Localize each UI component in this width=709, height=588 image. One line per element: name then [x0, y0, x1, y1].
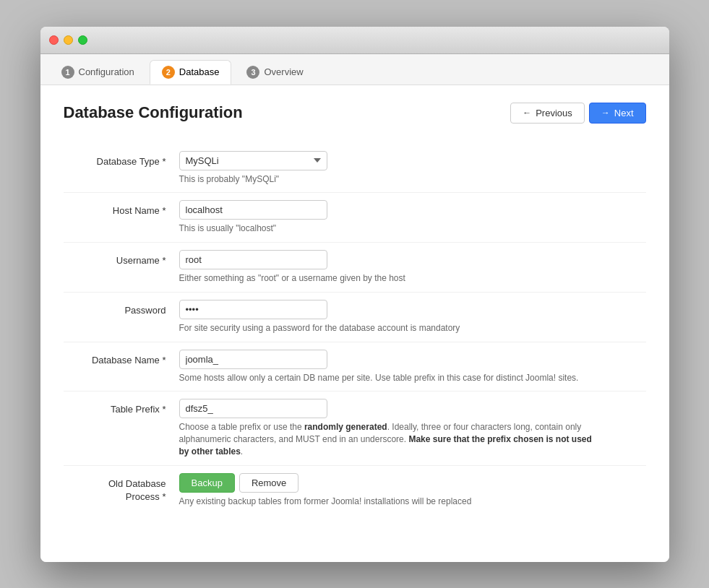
tab-overview-label: Overview	[264, 66, 303, 77]
host-name-label: Host Name *	[64, 200, 179, 217]
table-prefix-wrap: Choose a table prefix or use the randoml…	[179, 399, 646, 457]
nav-buttons: ← Previous → Next	[510, 103, 645, 124]
tab-database-badge: 2	[162, 66, 175, 79]
tab-overview[interactable]: 3 Overview	[234, 60, 315, 85]
field-password: Password For site security using a passw…	[64, 293, 646, 342]
tab-configuration-label: Configuration	[79, 66, 134, 77]
next-button[interactable]: → Next	[589, 103, 646, 124]
password-wrap: For site security using a password for t…	[179, 300, 646, 334]
tab-configuration[interactable]: 1 Configuration	[49, 60, 147, 85]
backup-button[interactable]: Backup	[179, 473, 235, 493]
host-name-hint: This is usually "localhost"	[179, 222, 598, 235]
host-name-input[interactable]	[179, 200, 327, 220]
titlebar	[40, 27, 669, 54]
username-input[interactable]	[179, 250, 327, 269]
tab-database[interactable]: 2 Database	[150, 60, 232, 85]
username-label: Username *	[64, 250, 179, 267]
page-header: Database Configuration ← Previous → Next	[64, 103, 646, 124]
previous-label: Previous	[536, 108, 572, 118]
old-database-process-wrap: Backup Remove Any existing backup tables…	[179, 473, 646, 508]
database-type-label: Database Type *	[64, 151, 179, 168]
next-label: Next	[614, 108, 634, 118]
database-name-hint: Some hosts allow only a certain DB name …	[179, 372, 598, 384]
database-type-hint: This is probably "MySQLi"	[179, 173, 598, 186]
arrow-left-icon: ←	[523, 108, 531, 118]
traffic-lights	[49, 35, 87, 45]
page-title: Database Configuration	[64, 103, 243, 122]
maximize-button[interactable]	[78, 35, 87, 45]
database-name-input[interactable]	[179, 350, 327, 369]
table-prefix-input[interactable]	[179, 399, 327, 418]
old-database-process-label: Old Database Process *	[64, 473, 179, 503]
host-name-wrap: This is usually "localhost"	[179, 200, 646, 235]
old-database-buttons: Backup Remove	[179, 473, 646, 493]
field-old-database-process: Old Database Process * Backup Remove Any…	[64, 466, 646, 515]
database-name-wrap: Some hosts allow only a certain DB name …	[179, 350, 646, 384]
remove-button[interactable]: Remove	[239, 473, 298, 493]
field-username: Username * Either something as "root" or…	[64, 243, 646, 292]
table-prefix-hint: Choose a table prefix or use the randoml…	[179, 421, 598, 457]
field-database-name: Database Name * Some hosts allow only a …	[64, 342, 646, 392]
database-type-wrap: MySQLi MySQL PostgreSQL This is probably…	[179, 151, 646, 186]
old-database-hint: Any existing backup tables from former J…	[179, 496, 598, 508]
username-wrap: Either something as "root" or a username…	[179, 250, 646, 285]
tab-configuration-badge: 1	[61, 66, 74, 79]
password-hint: For site security using a password for t…	[179, 322, 598, 334]
username-hint: Either something as "root" or a username…	[179, 272, 598, 285]
field-host-name: Host Name * This is usually "localhost"	[64, 193, 646, 242]
arrow-right-icon: →	[601, 108, 610, 118]
tab-overview-badge: 3	[246, 66, 259, 79]
app-window: 1 Configuration 2 Database 3 Overview Da…	[40, 27, 669, 562]
minimize-button[interactable]	[64, 35, 73, 45]
tab-database-label: Database	[179, 66, 220, 77]
main-content: Database Configuration ← Previous → Next…	[40, 85, 669, 562]
database-type-select[interactable]: MySQLi MySQL PostgreSQL	[179, 151, 327, 170]
field-database-type: Database Type * MySQLi MySQL PostgreSQL …	[64, 144, 646, 193]
table-prefix-label: Table Prefix *	[64, 399, 179, 416]
previous-button[interactable]: ← Previous	[510, 103, 585, 124]
field-table-prefix: Table Prefix * Choose a table prefix or …	[64, 392, 646, 464]
database-name-label: Database Name *	[64, 350, 179, 367]
database-form: Database Type * MySQLi MySQL PostgreSQL …	[64, 144, 646, 515]
password-input[interactable]	[179, 300, 327, 319]
close-button[interactable]	[49, 35, 59, 45]
tabs-bar: 1 Configuration 2 Database 3 Overview	[40, 54, 669, 85]
password-label: Password	[64, 300, 179, 317]
